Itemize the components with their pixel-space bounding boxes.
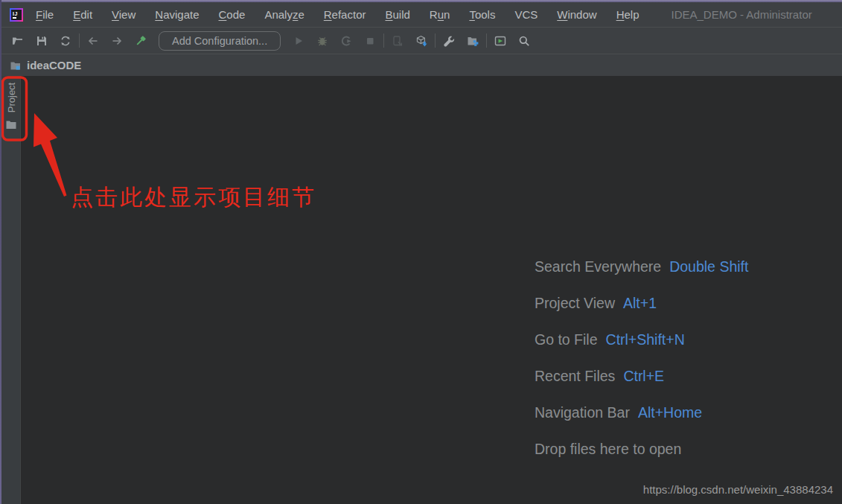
menu-bar: File Edit View Navigate Code Analyze Ref…: [26, 2, 649, 27]
shortcut-project-view: Project ViewAlt+1: [535, 295, 748, 331]
shortcut-recent-files: Recent FilesCtrl+E: [535, 368, 748, 404]
drop-files-hint: Drop files here to open: [535, 441, 748, 477]
toolbar-separator: [486, 34, 487, 48]
attach-update-icon[interactable]: [392, 35, 404, 47]
save-icon[interactable]: [36, 35, 48, 47]
toolbar-separator: [79, 34, 80, 48]
stop-icon[interactable]: [364, 35, 376, 47]
terminal-run-icon[interactable]: [494, 35, 506, 47]
project-tool-window-button[interactable]: Project: [6, 83, 17, 112]
menu-code[interactable]: Code: [209, 2, 255, 27]
toolbar-separator: [435, 34, 436, 48]
shortcut-search-everywhere: Search EverywhereDouble Shift: [535, 258, 748, 295]
project-structure-icon[interactable]: [467, 35, 479, 47]
window-title: IDEA_DEMO - Administrator: [672, 8, 812, 21]
main-toolbar: Add Configuration...: [0, 28, 842, 54]
folder-icon[interactable]: [5, 119, 17, 130]
editor-empty-area: Project Search EverywhereDouble Shift Pr…: [0, 76, 842, 504]
annotation-arrow-icon: [34, 113, 67, 197]
open-icon[interactable]: [12, 35, 24, 47]
menu-window[interactable]: Window: [547, 2, 606, 27]
window-left-border: [0, 0, 1, 504]
sync-icon[interactable]: [60, 35, 71, 47]
annotation-chinese-text: 点击此处显示项目细节: [71, 182, 316, 213]
menu-build[interactable]: Build: [375, 2, 419, 27]
toolbar-separator: [383, 34, 384, 48]
shortcut-hints: Search EverywhereDouble Shift Project Vi…: [535, 258, 748, 477]
build-hammer-icon[interactable]: [135, 35, 147, 47]
debug-icon[interactable]: [316, 35, 328, 47]
shortcut-navigation-bar: Navigation BarAlt+Home: [535, 404, 748, 441]
breadcrumb-project[interactable]: ideaCODE: [10, 59, 81, 71]
menu-view[interactable]: View: [102, 2, 145, 27]
add-configuration-button[interactable]: Add Configuration...: [159, 31, 281, 51]
forward-icon[interactable]: [111, 35, 123, 47]
profile-icon[interactable]: [340, 35, 352, 47]
intellij-logo-icon: IJ: [10, 8, 23, 22]
navigation-bar: ideaCODE: [0, 54, 842, 76]
title-bar: IJ File Edit View Navigate Code Analyze …: [0, 2, 842, 27]
left-tool-window-stripe: Project: [0, 76, 21, 504]
menu-file[interactable]: File: [26, 2, 63, 27]
menu-navigate[interactable]: Navigate: [145, 2, 208, 27]
search-icon[interactable]: [518, 35, 530, 47]
menu-analyze[interactable]: Analyze: [255, 2, 313, 27]
menu-edit[interactable]: Edit: [63, 2, 102, 27]
shortcut-go-to-file: Go to FileCtrl+Shift+N: [535, 331, 748, 368]
menu-vcs[interactable]: VCS: [505, 2, 547, 27]
menu-help[interactable]: Help: [607, 2, 649, 27]
back-icon[interactable]: [87, 35, 99, 47]
download-sources-icon[interactable]: [415, 35, 427, 47]
idea-window: IJ File Edit View Navigate Code Analyze …: [0, 0, 842, 504]
menu-refactor[interactable]: Refactor: [314, 2, 376, 27]
settings-wrench-icon[interactable]: [443, 35, 455, 47]
menu-run[interactable]: Run: [420, 2, 460, 27]
module-folder-icon: [10, 60, 22, 71]
menu-tools[interactable]: Tools: [459, 2, 505, 27]
run-icon[interactable]: [293, 35, 304, 47]
watermark-url: https://blog.csdn.net/weixin_43884234: [643, 483, 833, 496]
breadcrumb-label: ideaCODE: [27, 59, 81, 71]
